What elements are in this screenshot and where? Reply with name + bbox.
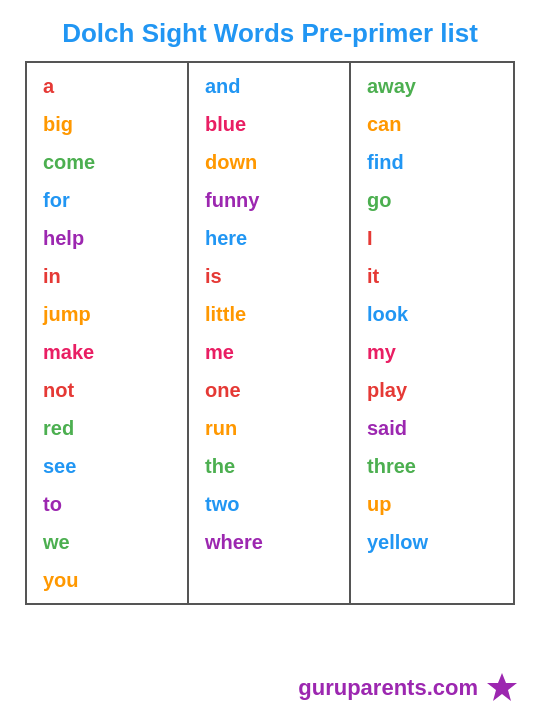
brand-logo: guruparents.com [298, 670, 520, 706]
list-item: where [189, 523, 349, 561]
list-item: is [189, 257, 349, 295]
list-item: run [189, 409, 349, 447]
list-item: I [351, 219, 513, 257]
list-item: here [189, 219, 349, 257]
column-2: andbluedownfunnyhereislittlemeonerunthet… [189, 63, 351, 603]
star-icon [484, 670, 520, 706]
list-item: down [189, 143, 349, 181]
list-item: go [351, 181, 513, 219]
list-item: funny [189, 181, 349, 219]
list-item: yellow [351, 523, 513, 561]
list-item: help [27, 219, 187, 257]
list-item: one [189, 371, 349, 409]
list-item: it [351, 257, 513, 295]
list-item: jump [27, 295, 187, 333]
list-item: make [27, 333, 187, 371]
list-item: big [27, 105, 187, 143]
list-item: in [27, 257, 187, 295]
footer: guruparents.com [0, 656, 540, 720]
list-item: my [351, 333, 513, 371]
list-item: red [27, 409, 187, 447]
list-item: not [27, 371, 187, 409]
list-item: said [351, 409, 513, 447]
list-item: see [27, 447, 187, 485]
svg-marker-0 [487, 673, 517, 701]
list-item: come [27, 143, 187, 181]
list-item: up [351, 485, 513, 523]
list-item: blue [189, 105, 349, 143]
word-table: abigcomeforhelpinjumpmakenotredseetoweyo… [25, 61, 515, 605]
list-item: to [27, 485, 187, 523]
brand-text: guruparents.com [298, 675, 478, 701]
list-item: three [351, 447, 513, 485]
column-1: abigcomeforhelpinjumpmakenotredseetoweyo… [27, 63, 189, 603]
column-3: awaycanfindgoIitlookmyplaysaidthreeupyel… [351, 63, 513, 603]
page-title: Dolch Sight Words Pre-primer list [0, 0, 540, 61]
list-item: a [27, 67, 187, 105]
list-item: play [351, 371, 513, 409]
list-item: little [189, 295, 349, 333]
list-item: away [351, 67, 513, 105]
list-item: the [189, 447, 349, 485]
list-item: can [351, 105, 513, 143]
list-item: we [27, 523, 187, 561]
list-item: find [351, 143, 513, 181]
list-item: for [27, 181, 187, 219]
list-item: you [27, 561, 187, 599]
list-item: look [351, 295, 513, 333]
list-item: me [189, 333, 349, 371]
list-item: and [189, 67, 349, 105]
list-item: two [189, 485, 349, 523]
